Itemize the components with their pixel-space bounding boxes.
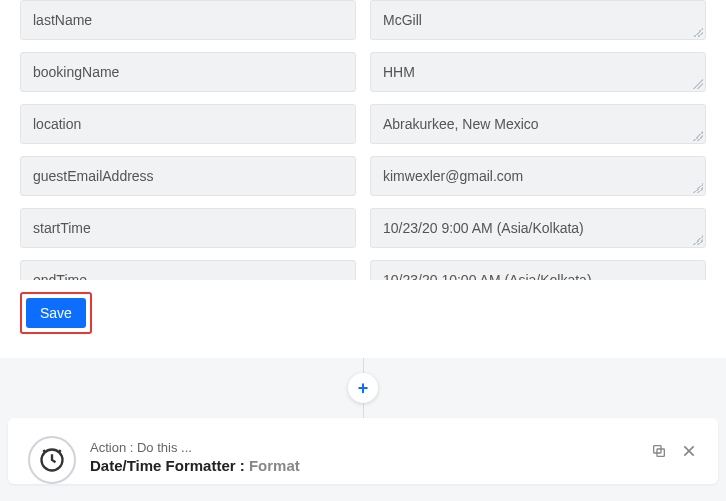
- save-area: Save: [0, 280, 726, 338]
- field-value[interactable]: HHM: [370, 52, 706, 92]
- field-row: endTime 10/23/20 10:00 AM (Asia/Kolkata): [20, 260, 706, 280]
- field-key[interactable]: location: [20, 104, 356, 144]
- field-value[interactable]: 10/23/20 10:00 AM (Asia/Kolkata): [370, 260, 706, 280]
- field-key[interactable]: bookingName: [20, 52, 356, 92]
- save-button[interactable]: Save: [26, 298, 86, 328]
- field-row: lastName McGill: [20, 0, 706, 40]
- add-step-button[interactable]: +: [348, 373, 378, 403]
- field-row: location Abrakurkee, New Mexico: [20, 104, 706, 144]
- fields-scroll[interactable]: lastName McGill bookingName HHM location…: [0, 0, 726, 280]
- field-key[interactable]: lastName: [20, 0, 356, 40]
- field-value[interactable]: 10/23/20 9:00 AM (Asia/Kolkata): [370, 208, 706, 248]
- copy-icon[interactable]: [650, 442, 668, 460]
- card-actions: [650, 436, 698, 460]
- field-row: bookingName HHM: [20, 52, 706, 92]
- action-card[interactable]: Action : Do this ... Date/Time Formatter…: [8, 418, 718, 484]
- field-key[interactable]: startTime: [20, 208, 356, 248]
- field-row: startTime 10/23/20 9:00 AM (Asia/Kolkata…: [20, 208, 706, 248]
- field-value[interactable]: McGill: [370, 0, 706, 40]
- action-title: Date/Time Formatter : Format: [90, 457, 636, 474]
- action-text: Action : Do this ... Date/Time Formatter…: [90, 436, 636, 474]
- field-key[interactable]: guestEmailAddress: [20, 156, 356, 196]
- field-row: guestEmailAddress kimwexler@gmail.com: [20, 156, 706, 196]
- close-icon[interactable]: [680, 442, 698, 460]
- save-highlight: Save: [20, 292, 92, 334]
- plus-icon: +: [358, 378, 369, 399]
- field-key[interactable]: endTime: [20, 260, 356, 280]
- step-connector: +: [0, 358, 726, 418]
- action-prefix: Action : Do this ...: [90, 440, 636, 455]
- field-value[interactable]: kimwexler@gmail.com: [370, 156, 706, 196]
- clock-icon: [28, 436, 76, 484]
- form-card: lastName McGill bookingName HHM location…: [0, 0, 726, 358]
- field-value[interactable]: Abrakurkee, New Mexico: [370, 104, 706, 144]
